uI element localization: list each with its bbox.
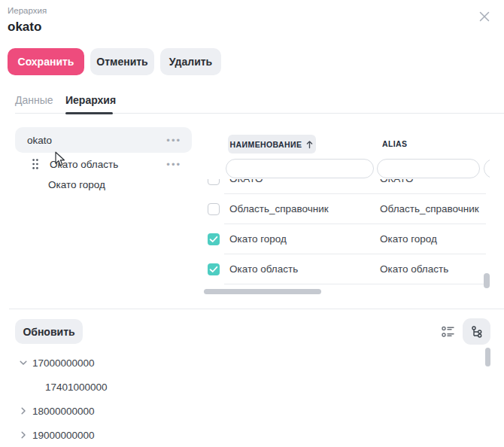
checkbox-unchecked[interactable]	[208, 179, 220, 185]
clipped-filter-input	[484, 159, 490, 178]
drag-handle-icon[interactable]	[32, 158, 39, 170]
table-row[interactable]: Окато областьОкато область	[203, 254, 486, 284]
cell-alias: Область_справочник	[380, 203, 479, 214]
tree-node-label: 17401000000	[45, 382, 108, 393]
tree-view-icon	[470, 325, 484, 339]
tree-node-label: 17000000000	[32, 357, 95, 369]
table-row[interactable]: Область_справочникОбласть_справочник	[203, 194, 486, 224]
more-options-icon[interactable]: •••	[166, 160, 181, 169]
dialog-section-label: Иерархия	[8, 6, 47, 15]
checkbox-unchecked[interactable]	[208, 203, 220, 215]
tree-node[interactable]: 19000000000	[15, 423, 466, 447]
table-row[interactable]: Окато городОкато город	[203, 224, 486, 254]
hierarchy-node-gorod[interactable]: Окато город	[48, 179, 105, 190]
tree-node[interactable]: 17000000000	[15, 351, 466, 375]
checkbox-checked[interactable]	[208, 233, 220, 245]
chevron-right-icon[interactable]	[18, 430, 29, 440]
active-tab-underline	[65, 112, 113, 114]
table-body: ОКАТООКАТООбласть_справочникОбласть_спра…	[203, 179, 486, 284]
cell-alias: Окато область	[380, 263, 448, 275]
tree-node[interactable]: 18000000000	[15, 399, 466, 423]
tree-node[interactable]: 17401000000	[15, 375, 466, 399]
alias-filter-input[interactable]	[377, 159, 480, 178]
tab-data[interactable]: Данные	[15, 94, 53, 106]
hierarchy-node-oblast[interactable]: Окато область •••	[15, 153, 192, 175]
cell-name: Окато город	[229, 233, 287, 245]
delete-button[interactable]: Удалить	[160, 48, 221, 75]
list-view-icon[interactable]	[441, 324, 456, 339]
save-button[interactable]: Сохранить	[8, 48, 84, 75]
cell-name: ОКАТО	[229, 179, 263, 184]
okato-codes-tree: 1700000000017401000000180000000001900000…	[15, 351, 466, 447]
cell-alias: ОКАТО	[380, 179, 413, 184]
column-header-alias[interactable]: ALIAS	[382, 139, 408, 148]
cell-name: Область_справочник	[229, 203, 329, 214]
table-horizontal-scrollbar[interactable]	[204, 289, 321, 294]
checkbox-checked[interactable]	[208, 263, 220, 275]
close-icon[interactable]	[476, 9, 493, 26]
tree-node-label: 19000000000	[32, 430, 95, 441]
table-row[interactable]: ОКАТООКАТО	[203, 179, 486, 194]
column-header-name[interactable]: НАИМЕНОВАНИЕ	[228, 135, 316, 154]
tab-hierarchy[interactable]: Иерархия	[65, 94, 116, 106]
cell-alias: Окато город	[380, 233, 437, 245]
cell-name: Окато область	[229, 263, 298, 275]
cancel-button[interactable]: Отменить	[90, 48, 154, 75]
hierarchy-root-label: okato	[27, 135, 166, 146]
tree-view-button-active[interactable]	[463, 318, 490, 345]
section-divider	[9, 309, 504, 309]
hierarchy-root-node[interactable]: okato •••	[15, 127, 192, 153]
chevron-right-icon[interactable]	[18, 406, 29, 416]
sort-ascending-icon	[305, 140, 314, 149]
name-filter-input[interactable]	[226, 159, 374, 178]
bottom-vertical-scrollbar[interactable]	[485, 348, 490, 366]
hierarchy-node-label: Окато область	[50, 159, 166, 170]
table-vertical-scrollbar[interactable]	[484, 273, 490, 288]
tree-node-label: 18000000000	[32, 406, 95, 417]
row-separator	[224, 284, 486, 284]
more-options-icon[interactable]: •••	[166, 135, 181, 145]
chevron-down-icon[interactable]	[18, 357, 29, 368]
refresh-button[interactable]: Обновить	[15, 319, 83, 344]
page-title: okato	[8, 20, 41, 35]
